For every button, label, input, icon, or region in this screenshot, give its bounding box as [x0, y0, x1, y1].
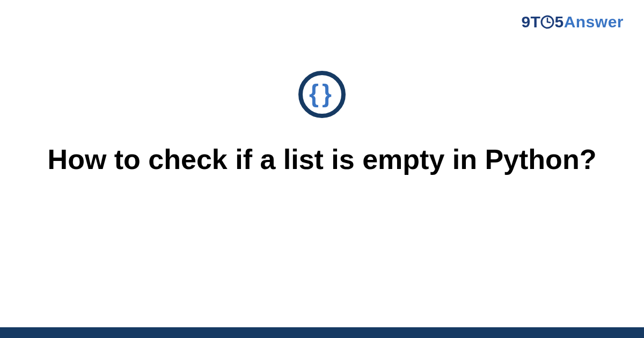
social-card: 9T 5Answer {} How to check if a list is …: [0, 0, 644, 338]
footer-accent-bar: [0, 327, 644, 338]
brace-left: {: [309, 79, 322, 107]
svg-line-2: [547, 22, 550, 23]
clock-icon: [540, 15, 554, 29]
logo-text-answer: Answer: [564, 13, 624, 31]
logo-text-9t: 9T: [521, 13, 540, 31]
site-logo: 9T 5Answer: [521, 13, 624, 31]
code-braces-icon: {}: [298, 71, 346, 118]
braces-glyph: {}: [309, 81, 335, 106]
brace-right: }: [322, 79, 335, 107]
page-title: How to check if a list is empty in Pytho…: [38, 143, 606, 177]
logo-text-5: 5: [554, 13, 564, 31]
